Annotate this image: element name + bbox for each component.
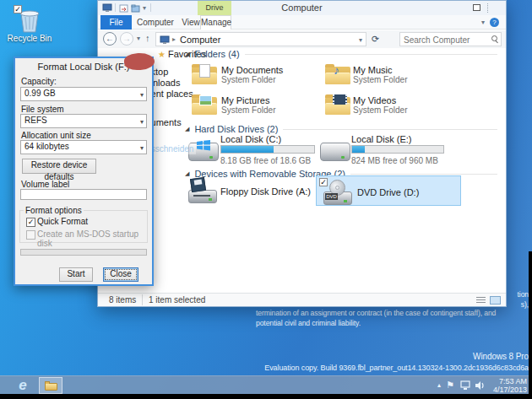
format-progress-bar [20,249,147,256]
desktop: tion s), termination of an assignment or… [0,0,532,399]
computer-icon [160,35,170,45]
item-subtext: System Folder [353,75,407,84]
address-box[interactable]: ▸ Computer ▾ [155,32,366,46]
search-input[interactable] [402,34,486,46]
item-subtext: System Folder [221,75,275,84]
title-bar[interactable]: ▾ Drive Tools Computer [98,1,506,15]
speaker-icon[interactable] [475,380,485,391]
format-options-title: Format options [24,206,84,215]
section-collapse-icon[interactable]: ◢ [185,51,189,57]
item-name: My Documents [221,65,283,75]
list-item-my-music[interactable]: ♪ My Music System Folder [325,62,452,89]
search-icon-handle [495,40,498,44]
item-name: My Pictures [221,95,269,105]
windows-flag-icon [197,139,210,151]
filesystem-combobox[interactable]: REFS ▾ [20,114,147,128]
allocation-combobox[interactable]: 64 kilobytes ▾ [20,140,147,154]
list-item-local-disk-c[interactable]: Local Disk (C:) 8.18 GB free of 18.6 GB [188,134,319,168]
search-box[interactable] [399,32,502,46]
section-collapse-icon[interactable]: ◢ [185,126,189,132]
watermark-line: potential civil and criminal liability. [256,319,361,327]
check-icon: ✓ [28,218,35,226]
list-item-dvd-drive[interactable]: ✓ DVD DVD Drive (D:) [316,175,461,206]
videos-folder-icon [325,94,350,115]
address-dropdown-chevron[interactable]: ▾ [359,36,362,44]
window-title: Computer [98,3,506,13]
msdos-label: Create an MS-DOS startup disk [37,229,147,248]
details-view-icon[interactable] [476,297,486,304]
item-subtext: 8.18 GB free of 18.6 GB [220,156,311,165]
action-center-flag-icon[interactable]: ⚑ [446,380,454,391]
watermark-fragment: tion [518,290,529,299]
status-item-count: 8 items [109,295,136,305]
capacity-label: Capacity: [21,77,57,86]
section-title: Hard Disk Drives (2) [194,124,278,134]
close-button-partial[interactable] [487,3,489,13]
chevron-down-icon: ▾ [140,143,144,154]
music-folder-icon: ♪ [325,64,350,84]
section-collapse-icon[interactable]: ◢ [185,170,189,177]
list-item-local-disk-e[interactable]: Local Disk (E:) 824 MB free of 960 MB [320,134,451,168]
recycle-bin-icon[interactable]: ✓ Recycle Bin [7,5,51,44]
item-name: My Videos [353,95,396,105]
maximize-button[interactable] [473,4,480,11]
back-button[interactable]: ← [103,32,117,46]
start-button[interactable]: Start [59,267,93,282]
section-header-folders[interactable]: ◢ Folders (4) [185,49,497,59]
list-item-my-pictures[interactable]: My Pictures System Folder [192,93,318,120]
network-icon[interactable] [460,380,471,391]
tab-file[interactable]: File [100,15,132,30]
check-icon: ✓ [14,5,21,13]
item-name: My Music [353,65,392,75]
bottom-letterbox [0,394,532,399]
restore-defaults-button[interactable]: Restore device defaults [22,159,96,174]
section-header-drives[interactable]: ◢ Hard Disk Drives (2) [185,124,497,134]
thumbnail-view-icon[interactable] [490,296,501,305]
taskbar-explorer-button[interactable] [39,377,62,394]
forward-button[interactable]: → [120,32,133,46]
capacity-combobox[interactable]: 0.99 GB ▾ [20,87,147,101]
clock-date: 4/17/2013 [485,386,527,394]
list-item-my-documents[interactable]: My Documents System Folder [192,62,318,89]
quick-format-checkbox[interactable]: ✓ [26,218,35,227]
watermark-fragment: s), [521,300,529,309]
tray-expand-chevron[interactable]: ▴ [437,381,441,389]
quick-format-label: Quick Format [37,217,88,226]
breadcrumb[interactable]: Computer [180,35,220,45]
up-button[interactable]: ↑ [145,33,150,43]
section-title: Folders (4) [194,49,239,59]
taskbar-ie-button[interactable]: e [10,376,35,395]
section-rule [350,174,497,175]
list-item-my-videos[interactable]: My Videos System Folder [325,93,452,120]
chevron-down-icon: ▾ [140,89,144,100]
history-chevron[interactable]: ▾ [137,35,140,42]
list-item-floppy-drive[interactable]: Floppy Disk Drive (A:) [188,178,323,207]
item-name: DVD Drive (D:) [357,187,419,197]
volume-label: Volume label [21,180,69,189]
chevron-down-icon: ▾ [140,116,144,127]
status-selected-count: 1 item selected [149,295,205,305]
allocation-label: Allocation unit size [21,131,91,140]
ribbon-expand-chevron[interactable]: ▾ [481,19,485,26]
ie-icon: e [19,377,26,393]
dvd-drive-icon: DVD [323,180,352,205]
tab-computer[interactable]: Computer [135,15,176,30]
dvd-badge: DVD [325,193,338,200]
clock[interactable]: 7:53 AM 4/17/2013 [485,377,527,394]
ribbon-tab-strip: File Computer View Manage ▾ ? [98,15,506,30]
format-dialog: Format Local Disk (F:) Capacity: 0.99 GB… [14,57,154,286]
close-button[interactable]: Close [103,267,138,282]
volume-label-input[interactable] [20,189,147,200]
folder-tab [45,381,50,384]
item-name: Local Disk (C:) [220,134,281,144]
item-subtext: 824 MB free of 960 MB [351,156,438,165]
refresh-icon[interactable]: ⟳ [372,34,379,45]
tab-manage[interactable]: Manage [200,15,231,30]
content-area: ★ Favorites Desktop Downloads Recent pla… [98,48,506,293]
help-icon[interactable]: ? [490,18,499,27]
item-checkbox[interactable]: ✓ [14,5,22,13]
item-subtext: System Folder [353,105,407,115]
recycle-bin-label: Recycle Bin [2,34,57,43]
clock-time: 7:53 AM [485,377,527,386]
favorites-star-icon: ★ [158,50,166,59]
